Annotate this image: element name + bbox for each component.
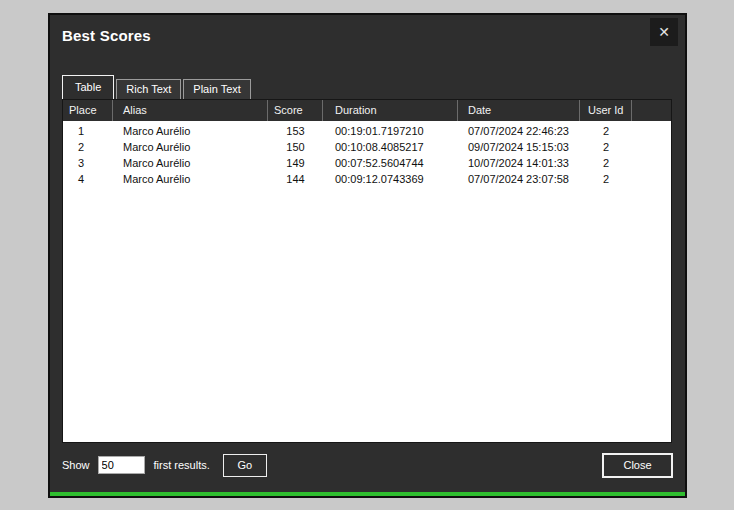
table-cell: Marco Aurélio bbox=[113, 155, 268, 171]
table-header: PlaceAliasScoreDurationDateUser Id bbox=[63, 100, 671, 121]
column-header-filler bbox=[632, 100, 671, 121]
close-x-button[interactable]: ✕ bbox=[650, 18, 678, 46]
table-row[interactable]: 2Marco Aurélio15000:10:08.408521709/07/2… bbox=[63, 139, 671, 155]
table-cell: 4 bbox=[63, 171, 113, 187]
table-cell: 144 bbox=[268, 171, 323, 187]
table-cell: 10/07/2024 14:01:33 bbox=[458, 155, 580, 171]
footer-bar: Show first results. Go Close bbox=[62, 451, 673, 479]
column-header-user-id[interactable]: User Id bbox=[580, 100, 632, 121]
table-body: 1Marco Aurélio15300:19:01.719721007/07/2… bbox=[63, 121, 671, 442]
table-cell: Marco Aurélio bbox=[113, 123, 268, 139]
table-cell: Marco Aurélio bbox=[113, 171, 268, 187]
tab-rich-text[interactable]: Rich Text bbox=[116, 79, 181, 99]
first-results-label: first results. bbox=[154, 459, 210, 471]
column-header-place[interactable]: Place bbox=[63, 100, 113, 121]
table-cell: 153 bbox=[268, 123, 323, 139]
column-header-score[interactable]: Score bbox=[268, 100, 323, 121]
show-label: Show bbox=[62, 459, 90, 471]
table-cell: Marco Aurélio bbox=[113, 139, 268, 155]
go-button[interactable]: Go bbox=[223, 454, 267, 477]
table-cell: 00:07:52.5604744 bbox=[323, 155, 458, 171]
table-cell: 1 bbox=[63, 123, 113, 139]
tab-plain-text[interactable]: Plain Text bbox=[183, 79, 251, 99]
table-cell: 07/07/2024 23:07:58 bbox=[458, 171, 580, 187]
table-cell: 150 bbox=[268, 139, 323, 155]
table-row[interactable]: 4Marco Aurélio14400:09:12.074336907/07/2… bbox=[63, 171, 671, 187]
status-progress-line bbox=[50, 492, 685, 496]
table-cell: 00:19:01.7197210 bbox=[323, 123, 458, 139]
table-cell: 2 bbox=[580, 123, 632, 139]
table-cell: 00:10:08.4085217 bbox=[323, 139, 458, 155]
column-header-duration[interactable]: Duration bbox=[323, 100, 458, 121]
table-cell: 2 bbox=[63, 139, 113, 155]
column-header-alias[interactable]: Alias bbox=[113, 100, 268, 121]
result-count-input[interactable] bbox=[98, 456, 145, 474]
close-icon: ✕ bbox=[658, 24, 670, 40]
close-button[interactable]: Close bbox=[602, 453, 673, 478]
dialog-title: Best Scores bbox=[62, 27, 151, 44]
table-row[interactable]: 3Marco Aurélio14900:07:52.560474410/07/2… bbox=[63, 155, 671, 171]
table-cell: 149 bbox=[268, 155, 323, 171]
best-scores-dialog: Best Scores ✕ TableRich TextPlain Text P… bbox=[48, 13, 687, 498]
table-cell: 00:09:12.0743369 bbox=[323, 171, 458, 187]
scores-table: PlaceAliasScoreDurationDateUser Id 1Marc… bbox=[62, 99, 672, 443]
table-cell: 2 bbox=[580, 155, 632, 171]
table-row[interactable]: 1Marco Aurélio15300:19:01.719721007/07/2… bbox=[63, 123, 671, 139]
table-cell: 2 bbox=[580, 139, 632, 155]
table-cell: 07/07/2024 22:46:23 bbox=[458, 123, 580, 139]
tab-bar: TableRich TextPlain Text bbox=[62, 75, 251, 99]
table-cell: 09/07/2024 15:15:03 bbox=[458, 139, 580, 155]
tab-table[interactable]: Table bbox=[62, 75, 114, 99]
table-cell: 2 bbox=[580, 171, 632, 187]
table-cell: 3 bbox=[63, 155, 113, 171]
column-header-date[interactable]: Date bbox=[458, 100, 580, 121]
